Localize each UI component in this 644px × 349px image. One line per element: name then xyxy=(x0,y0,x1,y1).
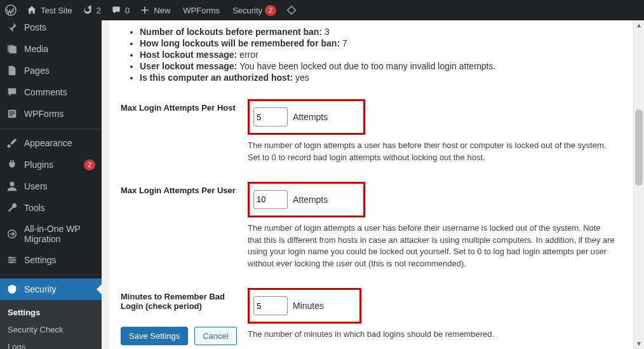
highlight-box: Attempts xyxy=(248,182,365,217)
sidebar-item-label: Appearance xyxy=(24,138,95,148)
sidebar-item-label: Comments xyxy=(24,87,95,97)
save-button[interactable]: Save Settings xyxy=(121,327,188,345)
pin-icon xyxy=(6,22,19,33)
svg-rect-3 xyxy=(10,113,15,114)
new-content-link[interactable]: New xyxy=(135,0,175,20)
media-icon xyxy=(6,43,19,55)
svg-point-10 xyxy=(10,257,12,259)
comment-icon xyxy=(6,86,19,98)
security-adminbar-link[interactable]: Security 2 xyxy=(225,0,281,20)
max-login-user-input[interactable] xyxy=(253,190,288,209)
page-icon xyxy=(6,65,19,76)
site-name-link[interactable]: Test Site xyxy=(22,0,77,20)
admin-bar: Test Site 2 0 New WPForms Security 2 xyxy=(0,0,644,20)
wrench-icon xyxy=(6,202,19,214)
field-label: Minutes to Remember Bad Login (check per… xyxy=(121,288,248,311)
wpforms-label: WPForms xyxy=(183,6,220,15)
sidebar-item-posts[interactable]: Posts xyxy=(0,20,102,38)
form-icon xyxy=(6,108,19,120)
sidebar-item-label: Posts xyxy=(24,22,95,32)
sidebar-item-tools[interactable]: Tools xyxy=(0,197,102,219)
sidebar-item-label: Pages xyxy=(24,65,95,76)
cancel-button[interactable]: Cancel xyxy=(194,327,236,345)
scroll-thumb[interactable] xyxy=(635,109,643,186)
sidebar-item-wpforms[interactable]: WPForms xyxy=(0,103,102,125)
updates-link[interactable]: 2 xyxy=(77,0,106,20)
sidebar-item-label: Users xyxy=(24,181,95,191)
security-submenu: Settings Security Check Logs Go Pro xyxy=(0,300,102,349)
field-max-login-host: Max Login Attempts Per Host Attempts The… xyxy=(121,93,625,175)
plug-icon xyxy=(6,159,19,170)
summary-item: Number of lockouts before permanent ban:… xyxy=(140,27,625,37)
sidebar-item-comments[interactable]: Comments xyxy=(0,81,102,103)
refresh-icon xyxy=(83,5,94,15)
yoast-link[interactable] xyxy=(281,0,303,20)
field-description: The number of login attempts a user has … xyxy=(248,140,616,164)
submenu-security-check[interactable]: Security Check xyxy=(0,321,102,338)
minutes-remember-input[interactable] xyxy=(253,296,288,315)
sidebar-item-label: Plugins xyxy=(24,160,80,170)
sidebar-item-label: Security xyxy=(24,284,95,294)
sidebar-item-settings[interactable]: Settings xyxy=(0,249,102,271)
sidebar-item-media[interactable]: Media xyxy=(0,38,102,60)
security-label: Security xyxy=(232,6,262,15)
summary-item: How long lockouts will be remembered for… xyxy=(140,38,625,48)
highlight-box: Attempts xyxy=(248,99,365,135)
field-max-login-user: Max Login Attempts Per User Attempts The… xyxy=(121,175,625,282)
summary-item: Host lockout message: error xyxy=(140,50,625,60)
summary-item: Is this computer an authorized host: yes xyxy=(140,72,625,83)
sidebar-item-appearance[interactable]: Appearance xyxy=(0,132,102,154)
comments-link[interactable]: 0 xyxy=(106,0,135,20)
comment-icon xyxy=(111,5,123,15)
migrate-icon xyxy=(6,228,19,240)
submenu-logs[interactable]: Logs xyxy=(0,338,102,349)
form-actions: Save Settings Cancel xyxy=(121,327,237,345)
field-description: The number of login attempts a user has … xyxy=(248,222,616,270)
sidebar-item-label: Media xyxy=(24,44,95,54)
scroll-up-arrow[interactable]: ▲ xyxy=(634,20,644,31)
comments-count: 0 xyxy=(125,6,130,15)
svg-rect-4 xyxy=(10,115,13,116)
settings-icon xyxy=(6,254,19,266)
field-label: Max Login Attempts Per Host xyxy=(121,99,248,113)
field-label: Max Login Attempts Per User xyxy=(121,182,248,195)
sidebar-item-pages[interactable]: Pages xyxy=(0,60,102,81)
unit-label: Attempts xyxy=(293,112,328,122)
svg-point-5 xyxy=(10,182,14,186)
admin-sidebar: Posts Media Pages Comments WPForms Appea… xyxy=(0,20,102,349)
vertical-scrollbar[interactable]: ▲ ▼ xyxy=(633,20,644,349)
svg-rect-2 xyxy=(10,111,15,112)
svg-point-11 xyxy=(13,259,15,261)
highlight-box: Minutes xyxy=(248,288,361,324)
sidebar-item-plugins[interactable]: Plugins 2 xyxy=(0,154,102,175)
plus-icon xyxy=(140,5,151,15)
field-description: The number of minutes in which bad login… xyxy=(248,329,616,341)
main-content: Number of lockouts before permanent ban:… xyxy=(102,20,644,349)
submenu-settings[interactable]: Settings xyxy=(0,304,102,321)
sidebar-item-users[interactable]: Users xyxy=(0,175,102,197)
sidebar-item-label: Settings xyxy=(24,255,95,265)
plugins-count-badge: 2 xyxy=(84,160,95,170)
svg-point-12 xyxy=(10,261,13,264)
unit-label: Attempts xyxy=(293,195,328,205)
home-icon xyxy=(27,5,38,15)
wpforms-link[interactable]: WPForms xyxy=(175,0,225,20)
sidebar-item-security[interactable]: Security xyxy=(0,278,102,300)
diamond-icon xyxy=(286,5,298,15)
settings-summary-list: Number of lockouts before permanent ban:… xyxy=(121,20,625,93)
shield-icon xyxy=(6,284,19,295)
summary-item: User lockout message: You have been lock… xyxy=(140,61,625,71)
site-name-text: Test Site xyxy=(41,6,72,15)
sidebar-item-label: All-in-One WP Migration xyxy=(24,224,95,244)
max-login-host-input[interactable] xyxy=(253,107,288,127)
security-count-badge: 2 xyxy=(265,5,276,16)
new-label: New xyxy=(154,6,170,15)
sidebar-item-label: Tools xyxy=(24,203,95,213)
scroll-down-arrow[interactable]: ▼ xyxy=(634,339,644,349)
unit-label: Minutes xyxy=(293,301,324,311)
brush-icon xyxy=(6,137,19,149)
wp-logo[interactable] xyxy=(0,0,22,20)
sidebar-item-label: WPForms xyxy=(24,109,95,119)
sidebar-item-migration[interactable]: All-in-One WP Migration xyxy=(0,219,102,249)
updates-count: 2 xyxy=(97,6,101,15)
